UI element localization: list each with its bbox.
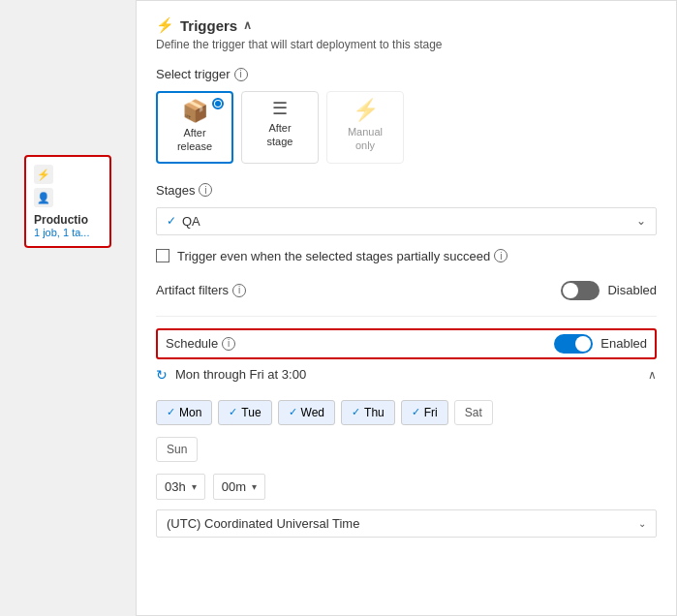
stages-info-icon[interactable]: i — [199, 183, 212, 197]
stage-icons: ⚡ 👤 — [34, 165, 53, 207]
partial-success-label: Trigger even when the selected stages pa… — [177, 249, 508, 263]
schedule-knob — [575, 336, 591, 352]
schedule-toggle-right: Enabled — [554, 334, 647, 354]
triggers-icon: ⚡ — [156, 16, 174, 34]
timezone-value: (UTC) Coordinated Universal Time — [167, 516, 359, 531]
refresh-icon: ↻ — [156, 367, 168, 383]
schedule-label: Schedule i — [166, 336, 235, 351]
left-sidebar: ⚡ 👤 Productio 1 job, 1 ta... — [0, 0, 136, 616]
artifact-filters-row: Artifact filters i Disabled — [156, 281, 657, 300]
stages-dropdown-arrow: ⌄ — [636, 214, 646, 228]
minute-value: 00m — [222, 479, 246, 494]
divider — [156, 316, 657, 317]
trigger-manual-only[interactable]: ⚡ Manualonly — [326, 91, 404, 164]
days-grid: ✓ Mon ✓ Tue ✓ Wed ✓ Thu ✓ Fri — [156, 400, 657, 425]
artifact-filters-knob — [563, 283, 578, 298]
triggers-header: ⚡ Triggers ∧ — [156, 16, 657, 34]
section-subtitle: Define the trigger that will start deplo… — [156, 38, 657, 51]
person-icon: 👤 — [34, 188, 53, 207]
hour-select[interactable]: 03h ▾ — [156, 474, 205, 500]
artifact-filters-status: Disabled — [607, 283, 657, 297]
schedule-section: ↻ Mon through Fri at 3:00 ∧ ✓ Mon ✓ Tue … — [156, 363, 657, 538]
schedule-collapse-icon[interactable]: ∧ — [648, 368, 657, 382]
stages-label: Stages i — [156, 183, 657, 198]
day-wed[interactable]: ✓ Wed — [278, 400, 335, 425]
select-trigger-info-icon[interactable]: i — [234, 68, 248, 81]
schedule-info-icon[interactable]: i — [222, 337, 235, 351]
schedule-summary-text: Mon through Fri at 3:00 — [175, 367, 640, 382]
after-release-label: Afterrelease — [177, 126, 212, 154]
schedule-summary: ↻ Mon through Fri at 3:00 ∧ — [156, 363, 657, 386]
trigger-options: 📦 Afterrelease ☰ Afterstage ⚡ Manualonly — [156, 91, 657, 164]
stage-name: Productio — [34, 213, 88, 227]
stages-section: Stages i ✓ QA ⌄ — [156, 183, 657, 235]
stages-dropdown[interactable]: ✓ QA ⌄ — [156, 207, 657, 235]
artifact-filters-toggle-right: Disabled — [561, 281, 657, 300]
triggers-title: Triggers — [180, 17, 237, 34]
main-panel: ⚡ Triggers ∧ Define the trigger that wil… — [136, 0, 677, 616]
stages-dropdown-left: ✓ QA — [167, 214, 200, 229]
schedule-toggle[interactable] — [554, 334, 593, 354]
stage-card[interactable]: ⚡ 👤 Productio 1 job, 1 ta... — [24, 155, 111, 248]
artifact-filters-toggle[interactable] — [561, 281, 600, 300]
hour-arrow: ▾ — [192, 481, 197, 492]
partial-success-checkbox[interactable] — [156, 249, 169, 262]
after-stage-icon: ☰ — [272, 100, 288, 117]
day-fri[interactable]: ✓ Fri — [401, 400, 448, 425]
trigger-after-stage[interactable]: ☰ Afterstage — [241, 91, 319, 164]
hour-value: 03h — [165, 479, 186, 494]
artifact-filters-label: Artifact filters i — [156, 283, 246, 297]
time-row: 03h ▾ 00m ▾ — [156, 474, 657, 500]
after-release-icon: 📦 — [182, 101, 208, 122]
collapse-chevron[interactable]: ∧ — [243, 18, 252, 32]
minute-select[interactable]: 00m ▾ — [213, 474, 265, 500]
stages-checkmark: ✓ — [167, 214, 176, 228]
schedule-status: Enabled — [600, 336, 647, 351]
trigger-after-release[interactable]: 📦 Afterrelease — [156, 91, 233, 164]
timezone-select[interactable]: (UTC) Coordinated Universal Time ⌄ — [156, 509, 657, 538]
stages-selected-value: QA — [182, 214, 200, 229]
day-thu[interactable]: ✓ Thu — [341, 400, 395, 425]
day-sun[interactable]: Sun — [156, 437, 198, 462]
after-stage-label: Afterstage — [267, 121, 293, 149]
select-trigger-label: Select trigger i — [156, 67, 657, 81]
day-tue[interactable]: ✓ Tue — [218, 400, 271, 425]
artifact-filters-info-icon[interactable]: i — [232, 284, 246, 297]
minute-arrow: ▾ — [252, 481, 257, 492]
manual-only-icon: ⚡ — [353, 100, 379, 121]
trigger-radio-after-release — [212, 98, 224, 109]
day-sat[interactable]: Sat — [454, 400, 493, 425]
day-mon[interactable]: ✓ Mon — [156, 400, 212, 425]
partial-success-info-icon[interactable]: i — [494, 249, 508, 262]
section-title: ⚡ Triggers ∧ — [156, 16, 252, 34]
schedule-toggle-row: Schedule i Enabled — [156, 328, 657, 359]
manual-only-label: Manualonly — [348, 125, 383, 153]
stage-info: 1 job, 1 ta... — [34, 227, 89, 238]
second-row-days: Sun — [156, 437, 657, 462]
timezone-arrow: ⌄ — [638, 518, 646, 529]
trigger-icon: ⚡ — [34, 165, 53, 184]
partial-success-row: Trigger even when the selected stages pa… — [156, 249, 657, 263]
